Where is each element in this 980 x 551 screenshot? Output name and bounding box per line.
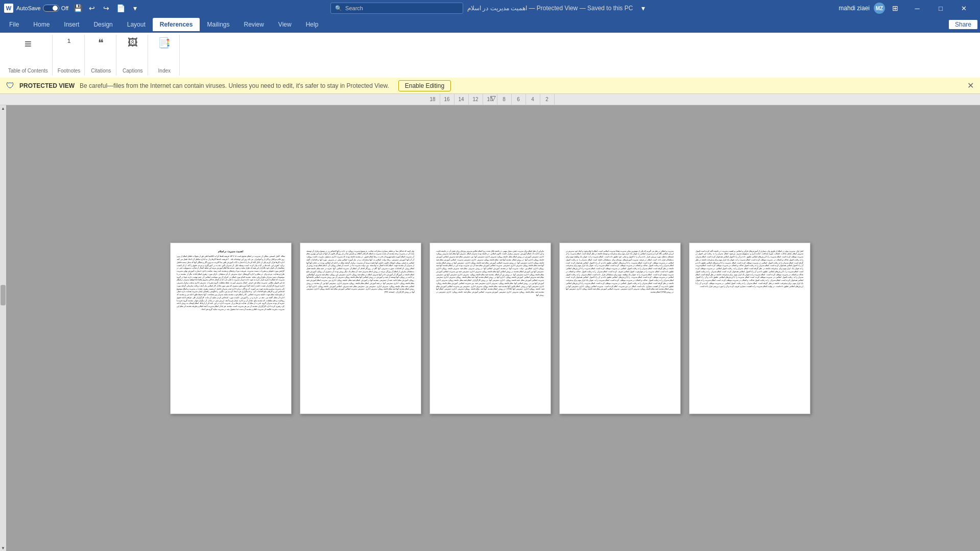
page-4-text: مدیریت و اسلام: در نظر می گیریم که یکی ا…	[566, 250, 674, 294]
title-bar-left: W AutoSave Off 💾 ↩ ↪ 📄 ▾	[4, 2, 141, 14]
autosave-area: AutoSave Off	[16, 5, 68, 12]
tab-review[interactable]: Review	[237, 18, 271, 31]
ribbon-tabs: File Home Insert Design Layout Reference…	[0, 16, 980, 33]
user-name: mahdi ziaei	[839, 5, 870, 12]
ribbon-group-toc: ≡ Table of Contents	[4, 35, 53, 76]
user-avatar[interactable]: MZ	[874, 3, 885, 14]
page-5-content: اصل اول: مدیریت مؤثر در اسلام از طریق بی…	[689, 243, 810, 414]
page-3-text: بنابراین از نظر اسلام برای مدیریت نقش بس…	[436, 250, 544, 297]
protected-message: Be careful—files from the Internet can c…	[80, 82, 389, 89]
ribbon-group-captions: 🖼 Captions	[117, 35, 148, 76]
redo-icon[interactable]: ↪	[100, 2, 112, 14]
index-icon[interactable]: 📑	[158, 37, 171, 49]
share-button[interactable]: Share	[948, 19, 978, 30]
ruler-12: 12	[469, 94, 483, 105]
page-4-content: مدیریت و اسلام: در نظر می گیریم که یکی ا…	[560, 243, 680, 414]
ribbon-content: ≡ Table of Contents ¹ Footnotes ❝ Citati…	[0, 33, 980, 78]
page-2-content: ولی احمد که حداقل مبنا بر شاهد بسیاری مش…	[300, 243, 421, 414]
caption-icon[interactable]: 🖼	[128, 37, 138, 49]
document-title: اهمیت مدیریت در اسلام — Protected View —…	[467, 5, 633, 12]
document-area[interactable]: ▲ ▼ اهمیت مدیریت در اسلام مقاله کامل: اص…	[0, 105, 980, 551]
new-doc-icon[interactable]: 📄	[114, 2, 127, 14]
page-2: ولی احمد که حداقل مبنا بر شاهد بسیاری مش…	[300, 243, 421, 414]
page-1-title: اهمیت مدیریت در اسلام	[177, 250, 285, 254]
ruler-16: 16	[440, 94, 455, 105]
citation-icon[interactable]: ❝	[98, 37, 104, 49]
page-3-content: بنابراین از نظر اسلام برای مدیریت نقش بس…	[430, 243, 551, 414]
tab-layout[interactable]: Layout	[120, 18, 153, 31]
close-button[interactable]: ✕	[952, 0, 976, 16]
autosave-toggle[interactable]	[43, 5, 59, 12]
footnote-label: Footnotes	[58, 68, 80, 74]
maximize-button[interactable]: □	[929, 0, 952, 16]
title-bar-right: mahdi ziaei MZ ⊞ ─ □ ✕	[839, 0, 976, 16]
protected-icon: 🛡	[6, 81, 14, 90]
ribbon-group-footnotes: ¹ Footnotes	[54, 35, 85, 76]
save-icon[interactable]: 💾	[71, 2, 84, 14]
autosave-state: Off	[61, 5, 68, 11]
tab-file[interactable]: File	[2, 18, 26, 31]
vertical-scrollbar[interactable]: ▲ ▼	[0, 105, 6, 551]
autosave-label: AutoSave	[16, 5, 41, 11]
page-1-content: اهمیت مدیریت در اسلام مقاله کامل: اصمعی:…	[171, 243, 291, 414]
minimize-button[interactable]: ─	[905, 0, 929, 16]
ruler-8: 8	[497, 94, 512, 105]
scroll-thumb[interactable]	[1, 285, 6, 305]
scroll-track[interactable]	[0, 111, 6, 545]
page-4: مدیریت و اسلام: در نظر می گیریم که یکی ا…	[559, 243, 681, 414]
ruler-4: 4	[526, 94, 540, 105]
ruler-18: 18	[426, 94, 440, 105]
page-5-text: اصل اول: مدیریت مؤثر در اسلام از طریق بی…	[696, 250, 804, 289]
close-protected-bar-button[interactable]: ✕	[967, 81, 974, 90]
ruler-14: 14	[455, 94, 469, 105]
protected-view-bar: 🛡 PROTECTED VIEW Be careful—files from t…	[0, 78, 980, 94]
tab-view[interactable]: View	[271, 18, 299, 31]
ruler-6: 6	[512, 94, 526, 105]
page-5: اصل اول: مدیریت مؤثر در اسلام از طریق بی…	[689, 243, 810, 414]
ruler-2: 2	[540, 94, 555, 105]
pages-container: اهمیت مدیریت در اسلام مقاله کامل: اصمعی:…	[160, 227, 821, 429]
protected-label: PROTECTED VIEW	[19, 82, 75, 89]
scroll-down-arrow[interactable]: ▼	[0, 545, 6, 551]
title-bar-center: 🔍 Search اهمیت مدیریت در اسلام — Protect…	[330, 2, 649, 14]
customize-icon[interactable]: ▾	[129, 2, 141, 14]
search-placeholder: Search	[345, 5, 363, 11]
tab-insert[interactable]: Insert	[57, 18, 86, 31]
page-3: بنابراین از نظر اسلام برای مدیریت نقش بس…	[429, 243, 551, 414]
page-1: اهمیت مدیریت در اسلام مقاله کامل: اصمعی:…	[170, 243, 292, 414]
tab-mailings[interactable]: Mailings	[200, 18, 236, 31]
footnote-icon[interactable]: ¹	[67, 37, 71, 49]
tab-design[interactable]: Design	[86, 18, 119, 31]
scroll-up-arrow[interactable]: ▲	[0, 105, 6, 111]
tab-home[interactable]: Home	[26, 18, 57, 31]
ribbon-group-citations: ❝ Citations	[86, 35, 116, 76]
toc-icon[interactable]: ≡	[25, 37, 32, 51]
dropdown-icon[interactable]: ▾	[637, 2, 649, 14]
title-bar: W AutoSave Off 💾 ↩ ↪ 📄 ▾ 🔍 Search اهمیت …	[0, 0, 980, 16]
ruler: 18 16 14 12 10 8 6 4 2 ▽	[0, 94, 980, 105]
ribbon-group-index: 📑 Index	[149, 35, 180, 76]
page-1-text: مقاله کامل: اصمعی: مقالی از: مدیریت در ا…	[177, 255, 285, 311]
index-label: Index	[158, 68, 171, 74]
undo-icon[interactable]: ↩	[86, 2, 98, 14]
page-2-text: ولی احمد که حداقل مبنا بر شاهد بسیاری مش…	[306, 250, 415, 294]
tab-help[interactable]: Help	[299, 18, 326, 31]
toc-label: Table of Contents	[8, 68, 48, 74]
window-controls: ─ □ ✕	[905, 0, 976, 16]
ruler-marker: ▽	[490, 94, 496, 102]
search-icon: 🔍	[335, 5, 342, 12]
citation-label: Citations	[91, 68, 111, 74]
quick-access-icons: 💾 ↩ ↪ 📄 ▾	[71, 2, 141, 14]
caption-label: Captions	[123, 68, 142, 74]
search-box[interactable]: 🔍 Search	[330, 3, 463, 14]
tab-references[interactable]: References	[153, 18, 200, 31]
layout-icon[interactable]: ⊞	[889, 2, 901, 14]
main-layout: 18 16 14 12 10 8 6 4 2 ▽ ▲ ▼ اهمیت مدیری…	[0, 94, 980, 551]
word-logo: W	[4, 4, 13, 13]
enable-editing-button[interactable]: Enable Editing	[398, 80, 451, 91]
